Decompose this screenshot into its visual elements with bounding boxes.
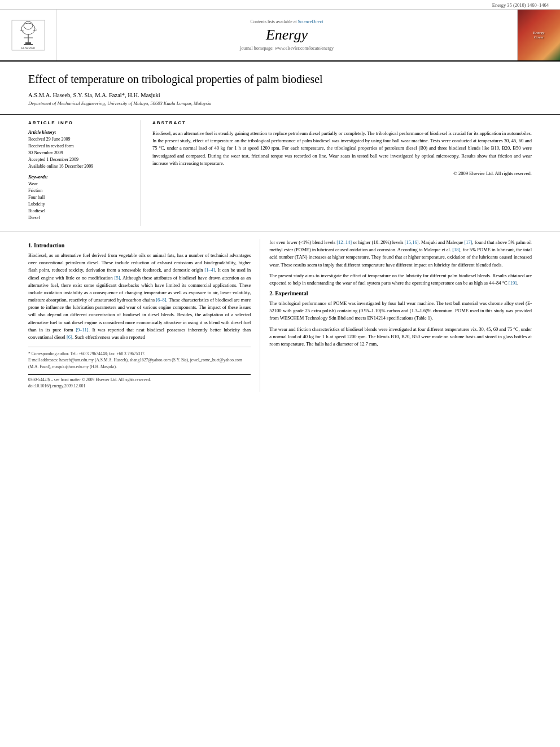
journal-name-big: Energy <box>266 27 308 43</box>
exp-section-title: 2. Experimental <box>269 290 532 296</box>
footnote-star: * Corresponding author. Tel.: +60 3 7967… <box>28 351 251 357</box>
article-history-block: Article history: Received 29 June 2009 R… <box>28 130 129 170</box>
exp-title: Experimental <box>275 290 308 296</box>
svg-text:ELSEVIER: ELSEVIER <box>21 46 35 50</box>
sciencedirect-link[interactable]: ScienceDirect <box>298 19 323 24</box>
article-title: Effect of temperature on tribological pr… <box>28 72 532 86</box>
ref-6b[interactable]: [6] <box>67 334 72 340</box>
ref-9-11[interactable]: [9–11] <box>76 327 88 333</box>
cover-graphic: EnergyCover <box>518 10 560 60</box>
article-info-abstract-row: ARTICLE INFO Article history: Received 2… <box>0 115 560 232</box>
ref-6-8[interactable]: [6–8] <box>156 297 166 303</box>
right-column: for even lower (<1%) blend levels [12–14… <box>260 239 532 392</box>
keyword-item: Four ball <box>28 194 129 201</box>
keywords-list: WearFrictionFour ballLubricityBiodieselD… <box>28 181 129 221</box>
keyword-item: Diesel <box>28 215 129 221</box>
ref-17[interactable]: [17] <box>464 239 472 245</box>
journal-homepage: journal homepage: www.elsevier.com/locat… <box>240 46 334 51</box>
exp-paragraph-1: The tribological performance of POME was… <box>269 300 532 322</box>
top-bar: Energy 35 (2010) 1460–1464 <box>0 0 560 9</box>
accepted-date: Accepted 1 December 2009 <box>28 156 129 163</box>
left-column: 1. Introduction Biodiesel, as an alterna… <box>28 239 260 392</box>
article-info-label: ARTICLE INFO <box>28 120 129 125</box>
keywords-label: Keywords: <box>28 174 129 180</box>
email-label: E-mail addresses: <box>28 357 58 362</box>
ref-18[interactable]: [18] <box>452 247 460 252</box>
received-date: Received 29 June 2009 <box>28 136 129 143</box>
available-date: Available online 16 December 2009 <box>28 163 129 170</box>
elsevier-logo: ELSEVIER <box>0 10 56 60</box>
intro-section-title: 1. Introduction <box>28 242 251 248</box>
article-affiliation: Department of Mechanical Engineering, Un… <box>28 101 532 106</box>
contents-text: Contents lists available at <box>251 19 297 24</box>
journal-cover-image: EnergyCover <box>518 10 560 60</box>
journal-center: Contents lists available at ScienceDirec… <box>56 10 518 60</box>
abstract-label: ABSTRACT <box>152 120 532 125</box>
intro-paragraph-3: The present study aims to investigate th… <box>269 272 532 287</box>
journal-banner: ELSEVIER Contents lists available at Sci… <box>0 9 560 60</box>
exp-num: 2. <box>269 290 274 296</box>
revised-date: 30 November 2009 <box>28 150 129 156</box>
footnote-section: * Corresponding author. Tel.: +60 3 7967… <box>28 347 251 370</box>
article-header: Effect of temperature on tribological pr… <box>0 62 560 115</box>
ref-12-14[interactable]: [12–14] <box>336 239 352 245</box>
doi-line: doi:10.1016/j.energy.2009.12.001 <box>28 383 251 388</box>
article-history-title: Article history: <box>28 130 129 135</box>
intro-title: Introduction <box>34 242 64 248</box>
ref-19[interactable]: [19] <box>509 280 517 286</box>
cover-text: EnergyCover <box>532 29 545 41</box>
article-authors: A.S.M.A. Haseeb, S.Y. Sia, M.A. Fazal*, … <box>28 92 532 98</box>
ref-15-16[interactable]: [15,16] <box>405 239 419 245</box>
ref-5[interactable]: [5] <box>115 275 120 281</box>
revised-label: Received in revised form <box>28 143 129 150</box>
svg-rect-7 <box>24 44 33 45</box>
issn-line: 0360-5442/$ – see front matter © 2009 El… <box>28 377 251 382</box>
exp-paragraph-2: The wear and friction characteristics of… <box>269 326 532 348</box>
keyword-item: Lubricity <box>28 201 129 208</box>
intro-num: 1. <box>28 242 33 248</box>
main-content: 1. Introduction Biodiesel, as an alterna… <box>0 232 560 399</box>
svg-rect-6 <box>25 42 31 44</box>
journal-ref: Energy 35 (2010) 1460–1464 <box>492 2 549 8</box>
email-addresses: haseeb@um.edu.my (A.S.M.A. Haseeb), shan… <box>28 357 242 369</box>
journal-header: Energy 35 (2010) 1460–1464 <box>0 0 560 62</box>
article-info-column: ARTICLE INFO Article history: Received 2… <box>28 120 141 226</box>
footer-bar: 0360-5442/$ – see front matter © 2009 El… <box>28 374 251 392</box>
abstract-copyright: © 2009 Elsevier Ltd. All rights reserved… <box>152 171 532 176</box>
abstract-text: Biodiesel, as an alternative fuel is ste… <box>152 130 532 167</box>
keyword-item: Friction <box>28 187 129 194</box>
abstract-column: ABSTRACT Biodiesel, as an alternative fu… <box>141 120 532 226</box>
contents-line: Contents lists available at ScienceDirec… <box>251 19 323 24</box>
keyword-item: Wear <box>28 181 129 187</box>
elsevier-tree-icon: ELSEVIER <box>11 20 45 51</box>
intro-paragraph-1: Biodiesel, as an alternative fuel derive… <box>28 252 251 341</box>
intro-paragraph-2: for even lower (<1%) blend levels [12–14… <box>269 239 532 269</box>
ref-1-4[interactable]: [1–4] <box>204 267 215 273</box>
keywords-block: Keywords: WearFrictionFour ballLubricity… <box>28 174 129 221</box>
footnote-emails: E-mail addresses: haseeb@um.edu.my (A.S.… <box>28 357 251 370</box>
keyword-item: Biodiesel <box>28 208 129 215</box>
